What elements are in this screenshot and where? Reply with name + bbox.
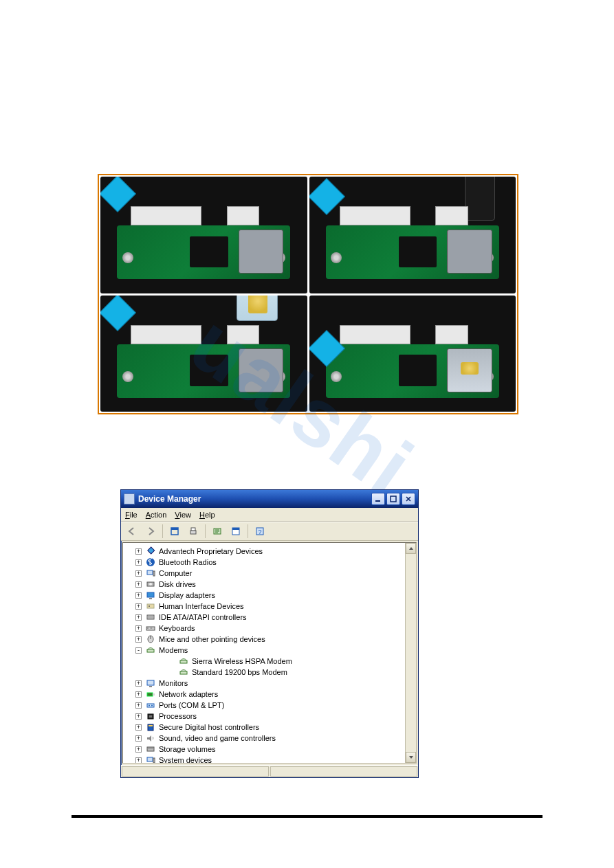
tree-item-label: Computer xyxy=(159,569,192,577)
menu-action[interactable]: Action xyxy=(146,511,167,519)
menu-view[interactable]: View xyxy=(175,511,191,519)
menu-help[interactable]: Help xyxy=(199,511,215,519)
tree-item[interactable]: Standard 19200 bps Modem xyxy=(160,667,415,678)
svg-rect-5 xyxy=(191,528,195,531)
toolbar-print-button[interactable] xyxy=(185,524,201,539)
expand-icon[interactable]: + xyxy=(135,548,142,555)
expand-icon[interactable]: + xyxy=(135,746,142,753)
svg-rect-24 xyxy=(147,649,154,652)
svg-rect-28 xyxy=(149,686,152,687)
expand-icon[interactable]: + xyxy=(135,680,142,687)
expand-icon[interactable]: + xyxy=(135,702,142,709)
titlebar[interactable]: Device Manager xyxy=(121,490,418,508)
maximize-button[interactable] xyxy=(386,493,400,505)
tree-item-label: Processors xyxy=(159,712,197,720)
svg-rect-29 xyxy=(147,693,153,696)
tree-item[interactable]: +Human Interface Devices xyxy=(135,601,415,612)
tree-item[interactable]: +Keyboards xyxy=(135,623,415,634)
svg-rect-8 xyxy=(232,528,239,530)
tree-item[interactable]: +Network adapters xyxy=(135,689,415,700)
pcb-board xyxy=(117,225,290,279)
sim-slot-closed xyxy=(239,230,284,274)
display-icon xyxy=(145,590,156,600)
tree-item[interactable]: +Processors xyxy=(135,711,415,722)
toolbar-back-button[interactable] xyxy=(124,524,140,539)
tree-item[interactable]: Sierra Wireless HSPA Modem xyxy=(160,656,415,667)
sd-icon xyxy=(145,722,156,732)
expand-icon[interactable]: + xyxy=(135,603,142,610)
device-tree: +Advantech Proprietary Devices+Bluetooth… xyxy=(124,546,415,764)
svg-rect-41 xyxy=(153,758,155,763)
toolbar: ? xyxy=(121,522,418,541)
expand-icon[interactable]: + xyxy=(135,636,142,643)
sim-slot-open xyxy=(239,348,284,392)
svg-rect-19 xyxy=(147,604,154,608)
close-button[interactable] xyxy=(402,493,415,505)
tree-item[interactable]: +Secure Digital host controllers xyxy=(135,722,415,733)
tree-item[interactable]: +Disk drives xyxy=(135,579,415,590)
toolbar-help-button[interactable]: ? xyxy=(252,524,268,539)
expand-icon[interactable]: + xyxy=(135,757,142,764)
menu-file[interactable]: File xyxy=(125,511,138,519)
svg-rect-0 xyxy=(375,500,380,502)
tree-item[interactable]: +Bluetooth Radios xyxy=(135,557,415,568)
pcb-board xyxy=(117,344,290,398)
tree-item[interactable]: +Ports (COM & LPT) xyxy=(135,700,415,711)
chip-icon xyxy=(399,236,437,267)
expand-icon[interactable]: + xyxy=(135,581,142,588)
toolbar-properties-frame-button[interactable] xyxy=(166,524,183,539)
tree-item-label: Standard 19200 bps Modem xyxy=(192,668,287,676)
tree-item[interactable]: +Sound, video and game controllers xyxy=(135,733,415,744)
sound-icon xyxy=(145,733,156,743)
disk-icon xyxy=(145,579,156,589)
screw-icon xyxy=(122,252,133,263)
svg-rect-3 xyxy=(171,528,178,530)
svg-rect-27 xyxy=(147,680,154,685)
tree-item[interactable]: +Monitors xyxy=(135,678,415,689)
status-bar xyxy=(121,765,418,777)
chip-icon xyxy=(399,355,437,386)
status-panel xyxy=(270,766,417,777)
svg-point-16 xyxy=(149,583,152,586)
pcb-board xyxy=(326,344,499,398)
tree-item[interactable]: +Computer xyxy=(135,568,415,579)
tree-item[interactable]: +Storage volumes xyxy=(135,744,415,755)
tree-item[interactable]: +Advantech Proprietary Devices xyxy=(135,546,415,557)
expand-icon[interactable]: + xyxy=(135,724,142,731)
vertical-scrollbar[interactable] xyxy=(405,543,416,763)
tree-item[interactable]: +System devices xyxy=(135,755,415,764)
expand-icon[interactable]: + xyxy=(135,691,142,698)
expand-icon[interactable]: + xyxy=(135,625,142,632)
expand-icon[interactable]: + xyxy=(135,614,142,621)
tree-item-label: Secure Digital host controllers xyxy=(159,723,259,731)
monitor-icon xyxy=(145,678,156,688)
tree-item[interactable]: -Modems xyxy=(135,645,415,656)
svg-rect-39 xyxy=(148,748,153,748)
expand-icon[interactable]: + xyxy=(135,592,142,599)
device-tree-pane[interactable]: +Advantech Proprietary Devices+Bluetooth… xyxy=(122,542,417,764)
minimize-button[interactable] xyxy=(371,493,385,505)
scroll-up-button[interactable] xyxy=(406,543,416,554)
photo-step-2 xyxy=(309,177,516,293)
expand-icon[interactable]: + xyxy=(135,735,142,742)
tree-item[interactable]: +Display adapters xyxy=(135,590,415,601)
toolbar-forward-button[interactable] xyxy=(142,524,159,539)
collapse-icon[interactable]: - xyxy=(135,647,142,654)
scroll-down-button[interactable] xyxy=(406,752,416,763)
hardware-photo-grid xyxy=(98,174,518,414)
ide-icon xyxy=(145,612,156,622)
svg-rect-35 xyxy=(149,715,152,717)
toolbar-separator xyxy=(248,524,248,538)
expand-icon[interactable]: + xyxy=(135,713,142,720)
svg-rect-11 xyxy=(148,547,155,554)
toolbar-properties-button[interactable] xyxy=(228,524,244,539)
svg-point-33 xyxy=(151,705,153,706)
modem-icon xyxy=(145,645,156,655)
tree-item-label: IDE ATA/ATAPI controllers xyxy=(159,613,247,621)
expand-icon[interactable]: + xyxy=(135,570,142,577)
tree-item[interactable]: +IDE ATA/ATAPI controllers xyxy=(135,612,415,623)
toolbar-refresh-button[interactable] xyxy=(209,524,226,539)
svg-rect-31 xyxy=(147,704,154,707)
tree-item[interactable]: +Mice and other pointing devices xyxy=(135,634,415,645)
expand-icon[interactable]: + xyxy=(135,559,142,566)
